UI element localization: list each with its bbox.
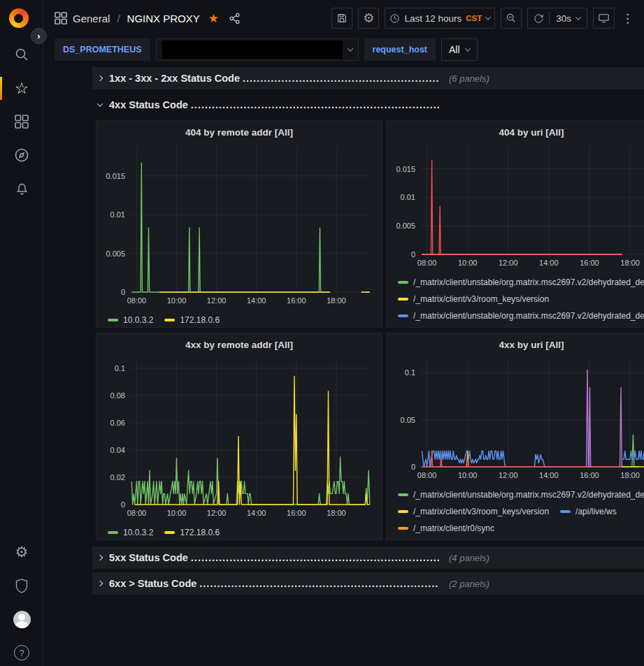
help-icon[interactable]: ? — [0, 639, 43, 666]
share-icon[interactable] — [229, 13, 241, 24]
svg-text:0.1: 0.1 — [405, 368, 415, 377]
legend-item[interactable]: /_matrix/client/unstable/org.matrix.msc2… — [398, 488, 644, 501]
svg-text:0.06: 0.06 — [110, 419, 125, 427]
chart-legend: 10.0.3.2172.18.0.6 — [102, 310, 376, 328]
legend-item[interactable]: 172.18.0.6 — [164, 526, 220, 539]
svg-text:0.005: 0.005 — [396, 222, 415, 230]
svg-text:0.015: 0.015 — [396, 165, 415, 173]
row-header-5xx[interactable]: 5xx Status Code.........................… — [92, 546, 644, 569]
sidebar: › ☆ ⚙ ? — [0, 0, 43, 666]
starred-dashboards-icon[interactable]: ☆ — [0, 74, 43, 102]
legend-series-swatch — [398, 510, 408, 513]
chart-legend: /_matrix/client/unstable/org.matrix.msc2… — [392, 485, 644, 540]
favorite-star-icon[interactable]: ★ — [208, 11, 219, 26]
svg-text:18:00: 18:00 — [327, 296, 346, 305]
legend-series-label: 172.18.0.6 — [180, 315, 220, 325]
time-series-chart[interactable]: 00.020.040.060.080.108:0010:0012:0014:00… — [102, 354, 376, 520]
svg-text:0.02: 0.02 — [110, 473, 125, 482]
panel-4xx-by-uri: 4xx by uri [All] 00.050.108:0010:0012:00… — [386, 333, 644, 540]
svg-text:08:00: 08:00 — [127, 296, 147, 305]
legend-item[interactable]: /api/live/ws — [560, 505, 617, 518]
save-dashboard-button[interactable] — [331, 8, 352, 29]
legend-item[interactable]: 10.0.3.2 — [108, 313, 153, 326]
search-icon[interactable] — [0, 41, 43, 68]
time-series-chart[interactable]: 00.050.108:0010:0012:0014:0016:0018:00 — [392, 354, 644, 482]
svg-text:0.05: 0.05 — [401, 416, 415, 424]
alerting-bell-icon[interactable] — [0, 175, 43, 203]
configuration-gear-icon[interactable]: ⚙ — [0, 538, 43, 566]
legend-item[interactable]: /_matrix/client/unstable/org.matrix.msc2… — [398, 275, 644, 289]
legend-item[interactable]: /_matrix/client/v3/room_keys/version — [398, 292, 549, 305]
svg-text:0.1: 0.1 — [115, 364, 125, 372]
breadcrumb-folder[interactable]: General — [73, 13, 110, 24]
row-header-1xx-3xx-2xx[interactable]: 1xx - 3xx - 2xx Status Code.............… — [92, 67, 644, 89]
svg-text:12:00: 12:00 — [207, 509, 227, 517]
time-series-chart[interactable]: 00.0050.010.01508:0010:0012:0014:0016:00… — [102, 142, 376, 307]
svg-text:16:00: 16:00 — [287, 296, 306, 305]
legend-series-label: /_matrix/client/v3/room_keys/version — [413, 328, 549, 328]
svg-text:0: 0 — [411, 250, 415, 259]
time-range-label: Last 12 hours — [404, 13, 461, 24]
legend-item[interactable]: 172.18.0.6 — [164, 313, 220, 326]
row-header-6xx[interactable]: 6xx > Status Code.......................… — [92, 572, 644, 595]
svg-text:12:00: 12:00 — [499, 471, 518, 479]
svg-text:12:00: 12:00 — [499, 259, 518, 267]
more-options-kebab-button[interactable]: ⋮ — [620, 8, 635, 29]
user-avatar[interactable] — [0, 605, 43, 633]
zoom-out-time-button[interactable] — [501, 8, 522, 29]
svg-text:16:00: 16:00 — [580, 259, 599, 267]
variable-value-request-host-select[interactable]: All — [441, 38, 478, 61]
row-header-4xx[interactable]: 4xx Status Code.........................… — [92, 94, 644, 116]
svg-text:14:00: 14:00 — [247, 296, 266, 305]
explore-compass-icon[interactable] — [0, 141, 43, 169]
legend-item[interactable]: /_matrix/client/unstable/org.matrix.msc2… — [398, 309, 644, 322]
panel-title[interactable]: 404 by uri [All] — [392, 125, 644, 142]
dashboard-toolbar: General / NGINX PROXY ★ ⚙ Last 12 hours … — [43, 0, 644, 36]
refresh-interval-dropdown[interactable]: 30s — [550, 13, 587, 24]
chart-legend: /_matrix/client/unstable/org.matrix.msc2… — [392, 273, 644, 328]
legend-series-swatch — [398, 493, 408, 496]
svg-text:18:00: 18:00 — [620, 259, 640, 267]
time-range-picker[interactable]: Last 12 hours CST — [385, 8, 495, 29]
legend-item[interactable]: /_matrix/client/unstable/org.matrix.msc2… — [398, 538, 644, 540]
panel-title[interactable]: 4xx by remote addr [All] — [102, 338, 376, 354]
svg-text:10:00: 10:00 — [458, 471, 478, 479]
legend-series-swatch — [108, 531, 118, 534]
sidebar-expand-button[interactable]: › — [31, 28, 47, 44]
legend-series-label: /sw.js — [575, 328, 596, 328]
panel-title[interactable]: 4xx by uri [All] — [392, 338, 644, 354]
legend-item[interactable]: /_matrix/client/r0/sync — [398, 521, 494, 535]
dashboards-grid-icon[interactable] — [0, 108, 43, 136]
svg-text:16:00: 16:00 — [287, 509, 306, 517]
legend-item[interactable]: 10.0.3.2 — [108, 526, 153, 539]
panel-grid: 404 by remote addr [All] 00.0050.010.015… — [96, 120, 644, 540]
panel-title[interactable]: 404 by remote addr [All] — [102, 125, 376, 142]
legend-series-swatch — [398, 314, 408, 317]
breadcrumb-dashboard-title[interactable]: NGINX PROXY — [127, 13, 200, 24]
apps-grid-icon[interactable] — [55, 12, 67, 24]
legend-item[interactable]: /_matrix/client/v3/room_keys/version — [398, 326, 549, 328]
legend-item[interactable]: /sw.js — [560, 326, 596, 328]
svg-text:16:00: 16:00 — [580, 471, 599, 479]
breadcrumb-separator: / — [117, 13, 120, 24]
svg-text:10:00: 10:00 — [458, 259, 478, 267]
svg-text:0: 0 — [121, 500, 125, 509]
dashboard-settings-button[interactable]: ⚙ — [358, 8, 379, 29]
legend-series-swatch — [164, 531, 175, 534]
legend-item[interactable]: /_matrix/client/v3/room_keys/version — [398, 505, 549, 518]
grafana-logo-icon[interactable] — [9, 8, 29, 28]
admin-shield-icon[interactable] — [0, 572, 43, 600]
legend-series-label: 10.0.3.2 — [123, 528, 153, 537]
variable-label-ds-prometheus: DS_PROMETHEUS — [55, 38, 150, 61]
chart-legend: 10.0.3.2172.18.0.6 — [102, 523, 376, 540]
svg-text:0.01: 0.01 — [401, 193, 415, 201]
svg-text:0.01: 0.01 — [110, 210, 125, 219]
svg-text:0: 0 — [121, 288, 125, 296]
dashboard-canvas: 1xx - 3xx - 2xx Status Code.............… — [92, 67, 644, 666]
cycle-view-mode-button[interactable] — [593, 8, 615, 29]
refresh-button[interactable] — [528, 8, 549, 28]
refresh-group: 30s — [527, 8, 587, 29]
time-series-chart[interactable]: 00.0050.010.01508:0010:0012:0014:0016:00… — [392, 142, 644, 270]
legend-series-label: 172.18.0.6 — [180, 528, 220, 537]
variable-value-datasource-select[interactable] — [156, 38, 359, 61]
